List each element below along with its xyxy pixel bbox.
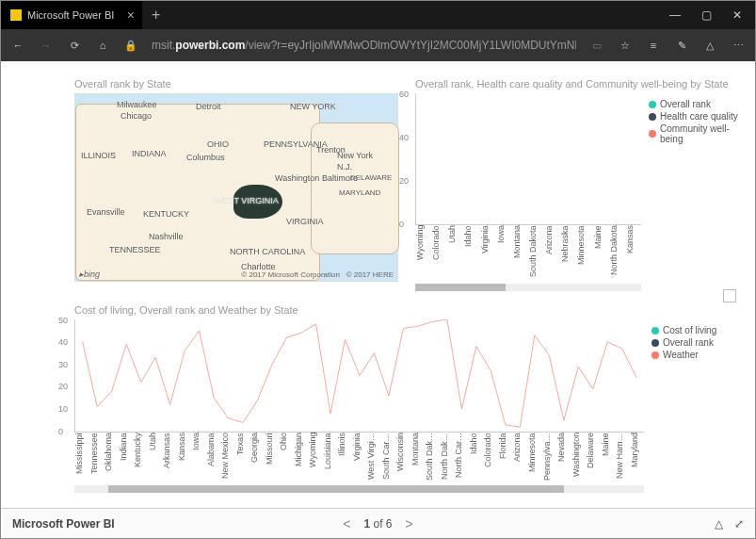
nav-home-icon[interactable]: ⌂: [95, 40, 110, 51]
nav-forward-icon[interactable]: →: [39, 40, 54, 51]
footer-app-name: Microsoft Power BI: [12, 517, 115, 531]
address-bar[interactable]: msit.powerbi.com/view?r=eyJrIjoiMWMwODlm…: [152, 39, 576, 52]
map-attrib2: © 2017 HERE: [346, 270, 394, 279]
prev-page-button[interactable]: <: [343, 516, 350, 531]
powerbi-logo-icon: [10, 9, 22, 21]
top-chart[interactable]: 0 20 40 60: [415, 93, 641, 225]
more-icon[interactable]: ⋯: [731, 40, 746, 52]
lock-icon: 🔒: [123, 40, 138, 52]
notes-icon[interactable]: ✎: [674, 40, 689, 52]
page-current: 1: [363, 517, 370, 531]
browser-tab[interactable]: Microsoft Power BI ×: [1, 1, 142, 29]
map-attrib: © 2017 Microsoft Corporation: [241, 270, 340, 279]
bottom-chart-container: Cost of living, Overall rank and Weather…: [74, 304, 736, 493]
bing-logo: ▸bing: [79, 270, 100, 279]
window-minimize-icon[interactable]: —: [669, 8, 681, 22]
report-footer: Microsoft Power BI < 1 of 6 > △ ⤢: [1, 508, 755, 538]
new-tab-button[interactable]: +: [142, 7, 169, 24]
window-close-icon[interactable]: ✕: [732, 8, 742, 22]
report-canvas: Overall rank by State Milwaukee Chicago …: [1, 61, 755, 508]
share-report-icon[interactable]: △: [715, 517, 723, 531]
window-maximize-icon[interactable]: ▢: [701, 8, 712, 22]
reading-view-icon[interactable]: ▭: [589, 40, 604, 52]
tab-close-icon[interactable]: ×: [127, 8, 135, 23]
map-title: Overall rank by State: [74, 78, 398, 90]
page-total: 6: [386, 517, 393, 531]
nav-back-icon[interactable]: ←: [10, 40, 25, 51]
browser-toolbar: ← → ⟳ ⌂ 🔒 msit.powerbi.com/view?r=eyJrIj…: [1, 29, 755, 61]
map-visual-container: Overall rank by State Milwaukee Chicago …: [74, 78, 398, 291]
browser-titlebar: Microsoft Power BI × + — ▢ ✕: [1, 1, 755, 29]
top-chart-container: Overall rank, Health care quality and Co…: [415, 78, 752, 291]
hub-icon[interactable]: ≡: [646, 40, 661, 51]
bottom-chart-legend: Cost of living Overall rank Weather: [651, 319, 736, 493]
bottom-chart-title: Cost of living, Overall rank and Weather…: [74, 304, 736, 316]
focus-mode-icon[interactable]: [723, 289, 736, 302]
tab-title: Microsoft Power BI: [27, 9, 114, 21]
share-icon[interactable]: △: [702, 40, 717, 52]
bottom-chart-scrollbar[interactable]: [74, 485, 644, 493]
top-chart-legend: Overall rank Health care quality Communi…: [649, 93, 752, 291]
top-chart-scrollbar[interactable]: [415, 284, 641, 291]
favorite-icon[interactable]: ☆: [618, 40, 633, 52]
map-visual[interactable]: Milwaukee Chicago Detroit NEW YORK OHIO …: [74, 93, 398, 282]
top-chart-title: Overall rank, Health care quality and Co…: [415, 78, 752, 90]
page-navigator: < 1 of 6 >: [343, 516, 412, 531]
nav-refresh-icon[interactable]: ⟳: [67, 40, 82, 52]
bottom-chart[interactable]: 0 10 20 30 40 50: [74, 319, 644, 433]
next-page-button[interactable]: >: [406, 516, 413, 531]
fullscreen-icon[interactable]: ⤢: [734, 517, 744, 531]
